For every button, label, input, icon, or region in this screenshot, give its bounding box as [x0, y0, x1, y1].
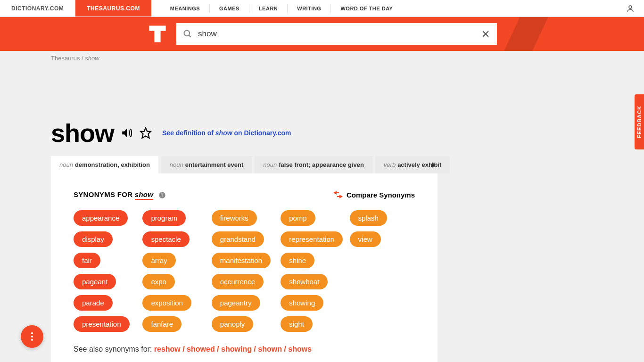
star-icon[interactable] — [140, 127, 152, 139]
nav-link-games[interactable]: GAMES — [210, 0, 249, 16]
synonym-pill[interactable]: occurrence — [212, 274, 264, 289]
synonyms-header: SYNONYMS FOR show i Compare Synonyms — [74, 190, 415, 199]
word-header: show See definition of show on Dictionar… — [51, 118, 438, 148]
synonym-pill[interactable]: sight — [281, 316, 313, 332]
sense-tabs: noundemonstration, exhibition nounentert… — [51, 156, 438, 173]
fab-button[interactable] — [21, 325, 43, 348]
synonym-pill[interactable]: program — [142, 210, 186, 226]
tab-sense-3[interactable]: nounfalse front; appearance given — [255, 156, 372, 173]
synonym-pill[interactable]: array — [142, 253, 175, 268]
user-icon[interactable] — [617, 0, 644, 16]
nav-site-dictionary[interactable]: DICTIONARY.COM — [0, 0, 75, 16]
compare-synonyms-button[interactable]: Compare Synonyms — [333, 191, 415, 199]
main-content: show See definition of show on Dictionar… — [51, 118, 438, 362]
synonym-pill[interactable]: panoply — [212, 316, 254, 332]
svg-point-1 — [184, 31, 190, 36]
svg-text:i: i — [161, 193, 163, 197]
synonym-pill[interactable]: representation — [281, 231, 343, 247]
tab-sense-1[interactable]: noundemonstration, exhibition — [51, 156, 158, 173]
nav-link-meanings[interactable]: MEANINGS — [161, 0, 209, 16]
synonym-pill[interactable]: pageantry — [212, 295, 260, 311]
compare-icon — [333, 191, 343, 198]
breadcrumb: Thesaurus / show — [0, 51, 644, 62]
synonym-pill[interactable]: expo — [142, 274, 175, 289]
top-nav: DICTIONARY.COM THESAURUS.COM MEANINGS GA… — [0, 0, 644, 17]
svg-marker-6 — [432, 162, 435, 168]
tab-sense-2[interactable]: nounentertainment event — [161, 156, 252, 173]
svg-point-0 — [629, 6, 632, 8]
see-also-link[interactable]: showing — [221, 345, 252, 353]
synonym-pill[interactable]: pomp — [281, 210, 315, 226]
synonym-pill[interactable]: view — [350, 231, 381, 247]
more-icon — [31, 332, 33, 341]
svg-marker-10 — [337, 195, 343, 198]
synonym-pill[interactable]: manifestation — [212, 253, 271, 268]
svg-marker-9 — [333, 191, 339, 195]
synonyms-title: SYNONYMS FOR show i — [74, 190, 166, 199]
breadcrumb-word: show — [85, 55, 99, 62]
tab-scroll-right-icon[interactable] — [431, 162, 437, 168]
clear-icon[interactable] — [481, 29, 490, 39]
nav-link-learn[interactable]: LEARN — [249, 0, 287, 16]
see-also-link[interactable]: showed — [187, 345, 215, 353]
synonym-pill[interactable]: spectacle — [142, 231, 189, 247]
synonym-pill[interactable]: shine — [281, 253, 314, 268]
synonym-pill[interactable]: showing — [281, 295, 323, 311]
headword: show — [51, 118, 114, 148]
synonym-pill[interactable]: splash — [350, 210, 387, 226]
search-bar — [0, 17, 644, 51]
synonym-pill[interactable]: fair — [74, 253, 100, 268]
synonym-pill[interactable]: showboat — [281, 274, 328, 289]
nav-link-writing[interactable]: WRITING — [288, 0, 330, 16]
synonym-pill[interactable]: display — [74, 231, 113, 247]
nav-site-thesaurus[interactable]: THESAURUS.COM — [75, 0, 151, 16]
info-icon[interactable]: i — [158, 191, 166, 199]
synonym-pill[interactable]: fireworks — [212, 210, 257, 226]
feedback-tab[interactable]: FEEDBACK — [635, 94, 644, 149]
audio-icon[interactable] — [121, 127, 133, 139]
synonyms-grid: appearancedisplayfairpageantparadepresen… — [74, 210, 415, 332]
search-box — [176, 23, 497, 45]
see-also-link[interactable]: reshow — [154, 345, 181, 353]
synonym-pill[interactable]: parade — [74, 295, 113, 311]
logo-icon — [147, 24, 168, 44]
see-also: See also synonyms for: reshow / showed /… — [74, 345, 415, 354]
search-icon — [183, 29, 192, 39]
synonym-pill[interactable]: pageant — [74, 274, 116, 289]
search-input[interactable] — [192, 29, 481, 39]
definition-link[interactable]: See definition of show on Dictionary.com — [162, 129, 291, 137]
see-also-link[interactable]: shown — [258, 345, 282, 353]
synonym-pill[interactable]: fanfare — [142, 316, 182, 332]
breadcrumb-root[interactable]: Thesaurus — [51, 55, 80, 62]
svg-line-2 — [189, 35, 191, 37]
synonym-pill[interactable]: presentation — [74, 316, 130, 332]
synonym-pill[interactable]: grandstand — [212, 231, 264, 247]
synonym-pill[interactable]: appearance — [74, 210, 128, 226]
tab-sense-4[interactable]: verbactively exhibit — [375, 156, 450, 173]
synonym-pill[interactable]: exposition — [142, 295, 191, 311]
svg-marker-5 — [140, 128, 151, 138]
synonyms-panel: SYNONYMS FOR show i Compare Synonyms app… — [51, 173, 438, 362]
see-also-link[interactable]: shows — [288, 345, 312, 353]
nav-link-wotd[interactable]: WORD OF THE DAY — [331, 0, 402, 16]
